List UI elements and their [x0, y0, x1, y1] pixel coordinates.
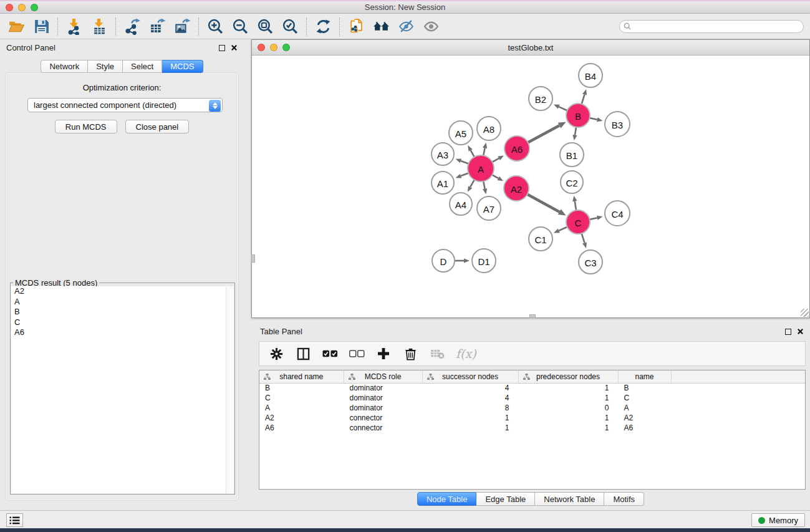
import-network-icon[interactable] [62, 16, 87, 37]
table-cell[interactable]: A [259, 403, 344, 413]
save-session-icon[interactable] [29, 16, 54, 37]
graph-node-A[interactable]: A [468, 155, 494, 181]
graph-node-A6[interactable]: A6 [504, 136, 529, 161]
graph-node-C[interactable]: C [566, 210, 590, 234]
graph-edge-C-C4[interactable] [590, 218, 597, 220]
memory-button[interactable]: Memory [751, 513, 805, 527]
table-row[interactable]: Cdominator41C [259, 393, 805, 403]
graph-edge-A6-B[interactable] [528, 125, 560, 142]
graph-node-C2[interactable]: C2 [561, 171, 583, 193]
graph-edge-A-A4[interactable] [470, 180, 475, 187]
graph-node-B[interactable]: B [566, 104, 590, 127]
close-panel-button[interactable]: Close panel [125, 120, 190, 133]
graph-edge-A-A3[interactable] [461, 161, 468, 164]
graph-edge-A-A5[interactable] [471, 150, 475, 157]
node-table[interactable]: shared name MCDS role successor nodes pr… [259, 370, 806, 490]
tab-style[interactable]: Style [88, 60, 123, 73]
graph-node-C3[interactable]: C3 [579, 250, 602, 274]
zoom-in-icon[interactable] [203, 16, 228, 37]
graph-edge-C-C3[interactable] [582, 233, 585, 243]
mcds-result-list[interactable]: A2ABCA6 [11, 286, 234, 493]
tab-motifs[interactable]: Motifs [604, 492, 644, 506]
table-cell[interactable]: 1 [422, 413, 518, 423]
mcds-result-item[interactable]: A6 [11, 327, 234, 338]
graph-edge-B-B1[interactable] [575, 127, 576, 135]
horizontal-scroll-thumb[interactable] [529, 314, 536, 318]
graph-node-C1[interactable]: C1 [529, 227, 552, 251]
graph-edge-C-C2[interactable] [575, 201, 576, 211]
table-cell[interactable]: 1 [518, 423, 618, 433]
table-cell[interactable]: 1 [518, 383, 618, 393]
graph-node-D1[interactable]: D1 [472, 249, 496, 273]
table-cell[interactable]: B [618, 383, 671, 393]
graph-node-B4[interactable]: B4 [579, 64, 602, 87]
mcds-result-item[interactable]: C [11, 317, 234, 328]
select-all-checked-icon[interactable] [322, 345, 338, 362]
tab-node-table[interactable]: Node Table [417, 492, 477, 506]
run-mcds-button[interactable]: Run MCDS [55, 120, 117, 133]
resize-grip[interactable] [801, 309, 809, 317]
network-graph[interactable]: B4B2BB3A8A5A6A3B1AA1C2A2A4A7C4CC1C3DD1 [252, 56, 809, 317]
graph-node-C4[interactable]: C4 [605, 201, 630, 226]
close-panel-icon[interactable] [231, 44, 238, 51]
tab-mcds[interactable]: MCDS [162, 60, 203, 73]
graph-node-D[interactable]: D [432, 249, 455, 272]
column-layout-icon[interactable] [295, 345, 311, 362]
table-row[interactable]: A6connector11A6 [259, 423, 805, 433]
graph-node-B3[interactable]: B3 [605, 112, 630, 137]
table-cell[interactable]: dominator [344, 393, 422, 403]
table-cell[interactable]: 0 [518, 403, 618, 413]
export-network-icon[interactable] [120, 16, 145, 37]
hide-panel-eye-slash-icon[interactable] [393, 16, 418, 37]
col-name[interactable]: name [618, 370, 671, 383]
mcds-result-item[interactable]: A [11, 297, 234, 307]
table-cell[interactable]: dominator [344, 403, 422, 413]
graph-edge-A-A7[interactable] [483, 181, 485, 189]
float-table-panel-icon[interactable] [785, 329, 791, 335]
import-table-icon[interactable] [87, 16, 112, 37]
graph-edge-A-A2[interactable] [492, 175, 498, 178]
graph-edge-A2-C[interactable] [528, 195, 560, 212]
tab-edge-table[interactable]: Edge Table [476, 492, 535, 506]
graph-edge-B-B3[interactable] [590, 118, 597, 120]
table-cell[interactable]: connector [344, 413, 422, 423]
tab-select[interactable]: Select [123, 60, 162, 73]
table-cell[interactable]: 1 [518, 393, 618, 403]
show-panel-eye-icon[interactable] [418, 16, 443, 37]
graph-node-A7[interactable]: A7 [477, 196, 501, 220]
table-cell[interactable]: dominator [344, 383, 422, 393]
float-panel-icon[interactable] [219, 45, 225, 51]
graph-edge-A-A1[interactable] [461, 173, 468, 176]
table-cell[interactable]: B [259, 383, 344, 393]
export-table-icon[interactable] [145, 16, 170, 37]
graph-node-A4[interactable]: A4 [450, 193, 472, 215]
table-cell[interactable]: 1 [518, 413, 618, 423]
vertical-scroll-thumb[interactable] [251, 254, 255, 263]
close-table-panel-icon[interactable] [797, 328, 804, 335]
col-successor-nodes[interactable]: successor nodes [422, 370, 518, 383]
graph-edge-A-A8[interactable] [483, 148, 485, 155]
add-column-icon[interactable] [375, 345, 392, 362]
network-window-titlebar[interactable]: testGlobe.txt [252, 40, 809, 56]
graph-edge-A-A6[interactable] [492, 158, 499, 162]
table-cell[interactable]: 8 [422, 403, 518, 413]
col-predecessor-nodes[interactable]: predecessor nodes [518, 370, 618, 383]
table-cell[interactable]: A2 [618, 413, 671, 423]
graph-node-A3[interactable]: A3 [432, 143, 454, 165]
export-image-icon[interactable] [170, 16, 195, 37]
table-cell[interactable]: connector [344, 423, 422, 433]
graph-edge-B-B2[interactable] [559, 107, 567, 110]
table-cell[interactable]: A6 [618, 423, 671, 433]
table-row[interactable]: Adominator80A [259, 403, 805, 413]
task-history-button[interactable] [6, 513, 23, 527]
graph-node-B2[interactable]: B2 [529, 87, 552, 110]
col-mcds-role[interactable]: MCDS role [344, 370, 422, 383]
table-cell[interactable]: A [618, 403, 671, 413]
graph-edge-C-C1[interactable] [559, 227, 567, 231]
graph-node-A1[interactable]: A1 [432, 172, 454, 194]
mcds-result-item[interactable]: B [11, 307, 234, 317]
table-row[interactable]: A2connector11A2 [259, 413, 805, 423]
graph-edge-B-B4[interactable] [582, 95, 585, 104]
graph-node-A5[interactable]: A5 [449, 121, 473, 145]
table-cell[interactable]: 4 [422, 393, 518, 403]
